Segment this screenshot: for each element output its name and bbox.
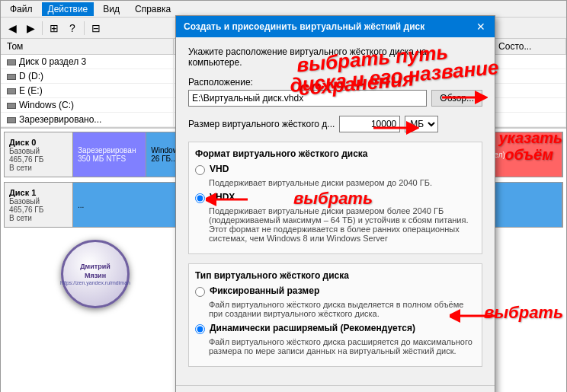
browse-button[interactable]: Обзор... <box>431 90 482 107</box>
size-unit-select[interactable]: МБГБТБ <box>405 116 438 132</box>
dialog-subtitle: Укажите расположение виртуального жёстко… <box>188 46 482 68</box>
dynamic-option: Динамически расширяемый (Рекомендуется) <box>195 323 476 334</box>
fixed-desc: Файл виртуального жёсткого диска выделяе… <box>209 300 476 318</box>
fixed-label: Фиксированный размер <box>210 285 319 296</box>
vhdx-desc: Поддерживает виртуальные диски размером … <box>209 206 476 243</box>
vhdx-option: VHDX <box>195 192 476 203</box>
dynamic-label: Динамически расширяемый (Рекомендуется) <box>210 323 415 333</box>
dialog-buttons: ОК Отмена <box>176 385 495 392</box>
location-row: Обзор... <box>188 90 482 107</box>
dialog-title: Создать и присоединить виртуальный жёстк… <box>184 21 424 32</box>
type-section-box: Тип виртуального жёсткого диска Фиксиров… <box>188 263 482 367</box>
dialog-titlebar: Создать и присоединить виртуальный жёстк… <box>176 16 495 37</box>
fixed-option: Фиксированный размер <box>195 285 476 297</box>
dialog-overlay: Создать и присоединить виртуальный жёстк… <box>0 0 567 392</box>
format-section-box: Формат виртуального жёсткого диска VHD П… <box>188 142 482 254</box>
vhdx-label: VHDX <box>210 192 235 202</box>
dynamic-radio[interactable] <box>195 324 205 334</box>
create-vhd-dialog: Создать и присоединить виртуальный жёстк… <box>175 15 495 392</box>
location-group: Расположение: Обзор... <box>188 77 482 107</box>
size-row: Размер виртуального жёсткого д... МБГБТБ <box>188 116 482 132</box>
location-input[interactable] <box>188 90 427 107</box>
size-label: Размер виртуального жёсткого д... <box>188 119 335 129</box>
vhd-radio[interactable] <box>195 165 205 175</box>
dialog-close-button[interactable]: ✕ <box>475 21 487 33</box>
dialog-body: Укажите расположение виртуального жёстко… <box>176 37 495 385</box>
location-label: Расположение: <box>188 77 482 88</box>
format-section-title: Формат виртуального жёсткого диска <box>195 148 476 159</box>
fixed-radio[interactable] <box>195 287 205 297</box>
vhd-desc: Поддерживает виртуальные диски размером … <box>209 178 476 187</box>
vhdx-radio[interactable] <box>195 193 205 203</box>
dynamic-desc: Файл виртуального жёсткого диска расширя… <box>209 337 476 355</box>
vhd-option: VHD <box>195 164 476 175</box>
type-section-title: Тип виртуального жёсткого диска <box>195 270 476 281</box>
size-input[interactable] <box>339 116 400 132</box>
vhd-label: VHD <box>210 164 229 174</box>
